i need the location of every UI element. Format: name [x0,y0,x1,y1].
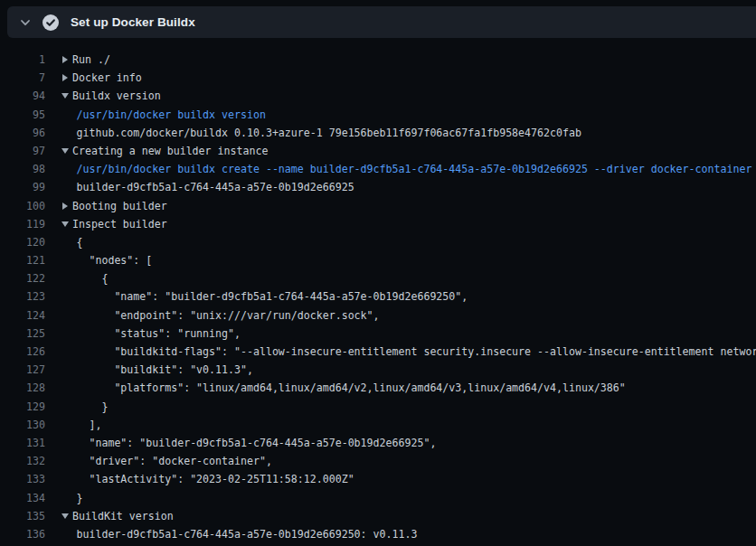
step-title: Set up Docker Buildx [71,15,195,29]
log-line-row: 98/usr/bin/docker buildx create --name b… [0,160,756,178]
line-number[interactable]: 123 [0,287,45,306]
group-label: Creating a new builder instance [72,142,268,160]
line-number[interactable]: 128 [0,379,45,397]
log-line-row: 121 "nodes": [ [0,251,756,269]
line-number[interactable]: 134 [0,489,45,507]
output-text: "endpoint": "unix:///var/run/docker.sock… [77,306,380,325]
chevron-down-icon[interactable] [20,17,31,28]
log-line-row: 133 "lastActivity": "2023-02-25T11:58:12… [0,470,756,488]
output-text: "driver": "docker-container", [77,452,272,470]
log-group-row[interactable]: 94Buildx version [0,87,756,105]
log-line-row: 99builder-d9cfb5a1-c764-445a-a57e-0b19d2… [0,178,756,196]
line-number[interactable]: 99 [0,178,45,196]
chevron-expanded-icon[interactable] [60,507,72,525]
line-number[interactable]: 133 [0,470,45,488]
log-line-row: 123 "name": "builder-d9cfb5a1-c764-445a-… [0,287,756,306]
log-line-row: 128 "platforms": "linux/amd64,linux/amd6… [0,379,756,397]
triangle-right-icon [62,56,68,63]
chevron-expanded-icon[interactable] [60,87,72,105]
triangle-right-icon [62,202,68,210]
group-label: Run ./ [72,51,110,69]
line-number[interactable]: 125 [0,325,45,343]
log-group-row[interactable]: 135BuildKit version [0,507,756,525]
output-text: "lastActivity": "2023-02-25T11:58:12.000… [77,470,354,488]
output-text: "status": "running", [77,325,241,343]
group-label: Inspect builder [72,215,167,233]
chevron-collapsed-icon[interactable] [60,69,72,87]
log-group-row[interactable]: 100Booting builder [0,197,756,215]
line-number[interactable]: 97 [0,142,45,160]
log-line-row: 122 { [0,269,756,287]
output-text: github.com/docker/buildx 0.10.3+azure-1 … [77,124,581,142]
line-number[interactable]: 119 [0,215,45,233]
line-number[interactable]: 98 [0,160,45,178]
group-label: Buildx version [72,87,161,105]
line-number[interactable]: 124 [0,306,45,325]
log-line-row: 96github.com/docker/buildx 0.10.3+azure-… [0,124,756,142]
line-number[interactable]: 136 [0,525,45,543]
output-text: "nodes": [ [77,251,153,269]
output-text: "platforms": "linux/amd64,linux/amd64/v2… [77,379,626,397]
step-header[interactable]: Set up Docker Buildx [7,6,756,38]
line-number[interactable]: 122 [0,269,45,287]
group-label: Booting builder [72,197,167,215]
line-number[interactable]: 121 [0,251,45,269]
triangle-down-icon [61,148,69,154]
output-text: } [77,398,109,416]
log-area: 1Run ./7Docker info94Buildx version95/us… [0,51,756,543]
log-group-row[interactable]: 7Docker info [0,69,756,87]
success-check-icon [43,14,59,31]
triangle-right-icon [62,74,68,81]
chevron-collapsed-icon[interactable] [60,197,72,215]
command-text: /usr/bin/docker buildx version [77,106,266,124]
log-line-row: 124 "endpoint": "unix:///var/run/docker.… [0,306,756,325]
log-line-row: 126 "buildkitd-flags": "--allow-insecure… [0,343,756,361]
line-number[interactable]: 130 [0,416,45,434]
output-text: builder-d9cfb5a1-c764-445a-a57e-0b19d2e6… [77,178,354,196]
line-number[interactable]: 129 [0,398,45,416]
log-group-row[interactable]: 119Inspect builder [0,215,756,233]
output-text: "buildkit": "v0.11.3", [77,361,253,379]
line-number[interactable]: 131 [0,434,45,452]
line-number[interactable]: 135 [0,507,45,525]
log-line-row: 131 "name": "builder-d9cfb5a1-c764-445a-… [0,434,756,452]
line-number[interactable]: 94 [0,87,45,105]
line-number[interactable]: 120 [0,233,45,251]
output-text: { [77,269,109,287]
output-text: ], [77,416,102,434]
log-line-row: 136builder-d9cfb5a1-c764-445a-a57e-0b19d… [0,525,756,543]
chevron-expanded-icon[interactable] [60,215,72,233]
log-line-row: 134} [0,489,756,507]
log-group-row[interactable]: 1Run ./ [0,51,756,69]
line-number[interactable]: 126 [0,343,45,361]
line-number[interactable]: 100 [0,197,45,215]
output-text: "name": "builder-d9cfb5a1-c764-445a-a57e… [77,434,437,452]
log-group-row[interactable]: 97Creating a new builder instance [0,142,756,160]
log-line-row: 127 "buildkit": "v0.11.3", [0,361,756,379]
log-line-row: 132 "driver": "docker-container", [0,452,756,470]
triangle-down-icon [61,93,69,99]
line-number[interactable]: 132 [0,452,45,470]
triangle-down-icon [61,513,69,519]
line-number[interactable]: 127 [0,361,45,379]
output-text: } [77,489,83,507]
group-label: Docker info [72,69,142,87]
log-line-row: 129 } [0,398,756,416]
line-number[interactable]: 96 [0,124,45,142]
output-text: { [77,233,83,251]
line-number[interactable]: 95 [0,106,45,124]
triangle-down-icon [61,221,69,227]
log-line-row: 125 "status": "running", [0,325,756,343]
chevron-expanded-icon[interactable] [60,142,72,160]
chevron-collapsed-icon[interactable] [60,51,72,69]
log-line-row: 130 ], [0,416,756,434]
output-text: "buildkitd-flags": "--allow-insecure-ent… [77,343,756,361]
line-number[interactable]: 7 [0,69,45,87]
log-line-row: 120{ [0,233,756,251]
output-text: "name": "builder-d9cfb5a1-c764-445a-a57e… [77,287,468,306]
output-text: builder-d9cfb5a1-c764-445a-a57e-0b19d2e6… [77,525,418,543]
group-label: BuildKit version [72,507,174,525]
command-text: /usr/bin/docker buildx create --name bui… [77,160,752,178]
log-line-row: 95/usr/bin/docker buildx version [0,106,756,124]
line-number[interactable]: 1 [0,51,45,69]
